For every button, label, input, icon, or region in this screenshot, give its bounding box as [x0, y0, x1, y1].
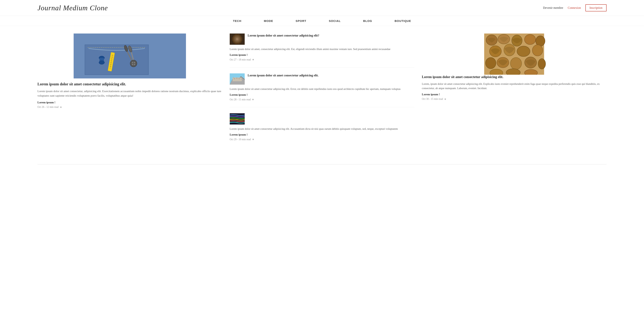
list-article-bookmark-1[interactable]: ★: [252, 58, 254, 61]
list-article-bookmark-2[interactable]: ★: [252, 98, 254, 101]
featured-article: Lorem ipsum dolor sit amet consectetur a…: [38, 34, 222, 153]
svg-point-43: [241, 78, 242, 80]
list-article-excerpt-1: Lorem ipsum dolor sit amet, consectetur …: [230, 47, 414, 51]
featured-article-bookmark-icon[interactable]: ★: [60, 106, 62, 109]
list-item: Lorem ipsum dolor sit amet consectetur a…: [230, 113, 414, 147]
list-article-excerpt-3: Lorem ipsum dolor sit amet consectetur a…: [230, 127, 414, 131]
article-list: Lorem ipsum dolor sit amet consectetur a…: [230, 34, 414, 153]
list-article-bookmark-3[interactable]: ★: [252, 138, 254, 141]
become-member-button[interactable]: Devenir membre: [543, 6, 563, 10]
header: Journal Medium Clone Devenir membre Conn…: [0, 0, 644, 16]
header-actions: Devenir membre Connexion Inscription: [543, 4, 607, 12]
list-article-meta-1: Oct 27 - 18 min read ★: [230, 58, 414, 61]
nav-item-blog[interactable]: BLOG: [363, 19, 372, 22]
article-row: Lorem ipsum dolor sit amet consectetur a…: [230, 34, 414, 45]
svg-point-57: [510, 58, 522, 70]
featured-article-excerpt: Lorem ipsum dolor sit amet consectetur, …: [38, 89, 222, 98]
list-article-meta-3: Oct 29 - 10 min read ★: [230, 138, 414, 141]
article-thumbnail-2: [230, 74, 245, 84]
nav-item-tech[interactable]: TECH: [233, 19, 241, 22]
nav-item-boutique[interactable]: BOUTIQUE: [395, 19, 411, 22]
article-thumbnail-1: [230, 34, 245, 45]
svg-point-49: [524, 34, 536, 44]
right-article-excerpt: Lorem, ipsum dolor sit amet consectetur …: [422, 82, 606, 90]
list-article-author-2: Lorem ipsum !: [230, 93, 414, 96]
article-row: [230, 113, 414, 124]
svg-point-23: [134, 64, 135, 65]
site-logo: Journal Medium Clone: [38, 4, 108, 12]
list-item: Lorem ipsum dolor sit amet consectetur a…: [230, 74, 414, 107]
svg-point-59: [538, 58, 546, 69]
list-item: Lorem ipsum dolor sit amet consectetur a…: [230, 34, 414, 68]
right-article-meta: Oct 30 - 15 min read ★: [422, 98, 606, 101]
nav-item-social[interactable]: SOCIAL: [329, 19, 340, 22]
right-article-image: [422, 34, 606, 75]
svg-point-19: [130, 60, 137, 67]
right-article-bookmark-icon[interactable]: ★: [444, 98, 446, 101]
list-article-author-1: Lorem ipsum !: [230, 53, 414, 56]
right-article-title: Lorem ipsum dolor sit amet consectetur a…: [422, 75, 606, 80]
svg-point-55: [486, 58, 496, 69]
login-button[interactable]: Connexion: [568, 6, 581, 10]
article-thumbnail-3: [230, 113, 245, 124]
main-nav: TECH MODE SPORT SOCIAL BLOG BOUTIQUE: [0, 16, 644, 26]
svg-point-21: [134, 62, 135, 63]
featured-article-title: Lorem ipsum dolor sit amet consectetur a…: [38, 82, 222, 87]
list-article-meta-2: Oct 28 - 11 min read ★: [230, 98, 414, 101]
list-article-excerpt-2: Lorem ipsum dolor sit amet consectetur a…: [230, 87, 414, 91]
svg-point-54: [532, 45, 543, 56]
svg-point-42: [238, 78, 240, 80]
list-article-title-2: Lorem ipsum dolor sit amet consectetur a…: [248, 74, 319, 84]
main-content: Lorem ipsum dolor sit amet consectetur a…: [0, 26, 644, 160]
nav-item-mode[interactable]: MODE: [264, 19, 273, 22]
svg-point-18: [99, 61, 104, 64]
svg-point-40: [234, 78, 235, 80]
right-article-author: Lorem ipsum !: [422, 93, 606, 96]
featured-article-author: Lorem ipsum !: [38, 101, 222, 104]
svg-point-20: [132, 62, 133, 63]
svg-point-22: [132, 64, 133, 65]
featured-article-meta: Oct 26 - 12 min read ★: [38, 106, 222, 109]
svg-point-29: [236, 38, 238, 40]
featured-article-image: [38, 34, 222, 78]
svg-point-41: [236, 78, 238, 79]
svg-point-53: [517, 46, 530, 56]
list-article-author-3: Lorem ipsum !: [230, 133, 414, 136]
list-article-title-1: Lorem ipsum dolor sit amet consectetur a…: [248, 34, 320, 45]
nav-item-sport[interactable]: SPORT: [296, 19, 306, 22]
signup-button[interactable]: Inscription: [586, 4, 606, 12]
article-row: Lorem ipsum dolor sit amet consectetur a…: [230, 74, 414, 84]
right-article: Lorem ipsum dolor sit amet consectetur a…: [422, 34, 606, 153]
